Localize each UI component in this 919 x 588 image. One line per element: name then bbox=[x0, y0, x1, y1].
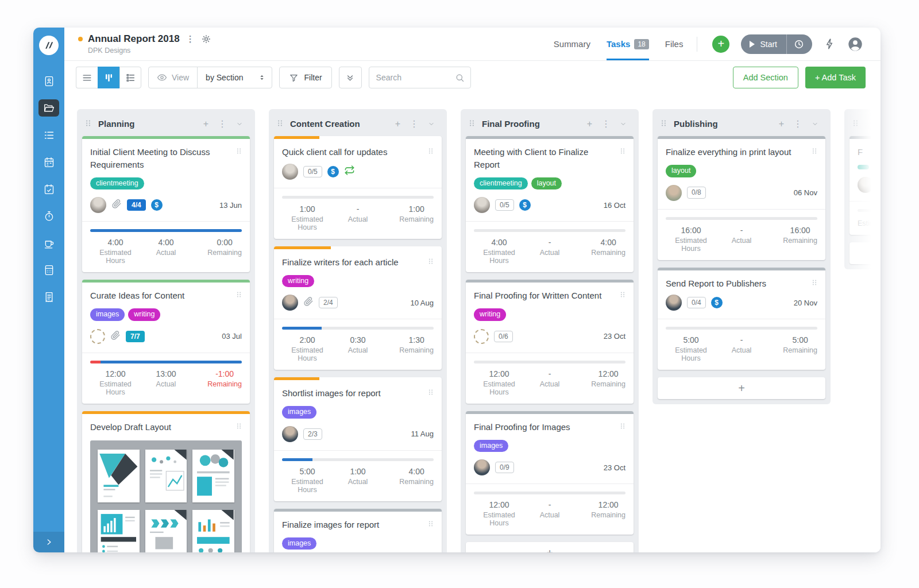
project-settings-gear-icon[interactable] bbox=[201, 34, 211, 44]
drag-handle-icon[interactable] bbox=[620, 421, 625, 434]
collapse-section-icon[interactable] bbox=[423, 121, 439, 127]
sidebar-item-timesheets[interactable] bbox=[38, 207, 59, 225]
card-title: Final Proofing for Written Content bbox=[474, 289, 614, 302]
drag-handle-icon[interactable] bbox=[428, 519, 434, 531]
drag-handle-icon[interactable] bbox=[812, 277, 817, 290]
tab-tasks[interactable]: Tasks 18 bbox=[607, 28, 649, 60]
stat-estimated: 4:00Estimated Hours bbox=[90, 238, 141, 265]
drag-handle-icon[interactable] bbox=[620, 289, 625, 302]
progress-bar bbox=[474, 229, 625, 232]
start-timer-button[interactable]: Start bbox=[741, 40, 786, 49]
sidebar-item-estimates[interactable] bbox=[38, 261, 59, 278]
collapse-all-button[interactable] bbox=[339, 67, 362, 88]
section-menu-icon[interactable]: ⋮ bbox=[213, 118, 231, 129]
drag-handle-icon[interactable] bbox=[812, 146, 817, 158]
task-card[interactable]: Quick client call for updates 0/5 $ bbox=[274, 136, 442, 239]
attachment-icon bbox=[303, 296, 314, 309]
view-group: View by Section bbox=[148, 67, 272, 88]
sidebar-expand-button[interactable] bbox=[33, 532, 64, 552]
drag-handle-icon[interactable] bbox=[661, 118, 667, 130]
add-task-to-section-icon[interactable]: + bbox=[774, 119, 789, 129]
user-avatar[interactable] bbox=[847, 36, 863, 52]
task-card[interactable]: Finalize writers for each article writin… bbox=[274, 246, 442, 370]
stat-actual: 1:00Actual bbox=[333, 467, 383, 494]
attachment-preview-image[interactable] bbox=[90, 440, 242, 553]
drag-handle-icon[interactable] bbox=[85, 118, 91, 130]
search-input[interactable] bbox=[376, 73, 455, 82]
activity-button[interactable] bbox=[824, 38, 836, 50]
add-task-button[interactable]: + Add Task bbox=[805, 67, 866, 88]
tab-files[interactable]: Files bbox=[665, 28, 684, 60]
add-card-button[interactable]: + bbox=[850, 242, 881, 264]
task-card[interactable]: Send Report to Publishers 0/4 $ 20 Nov bbox=[658, 268, 825, 370]
task-card[interactable]: Finalize images for report images 0/8 13… bbox=[274, 509, 442, 552]
view-button[interactable]: View bbox=[149, 67, 197, 88]
drag-handle-icon[interactable] bbox=[428, 256, 434, 269]
drag-handle-icon[interactable] bbox=[428, 146, 434, 158]
stat-remaining: 12:00Remaining bbox=[575, 500, 625, 528]
drag-handle-icon[interactable] bbox=[852, 118, 859, 130]
filter-button[interactable]: Filter bbox=[279, 67, 331, 88]
collapse-section-icon[interactable] bbox=[807, 121, 823, 127]
task-list-icon bbox=[43, 129, 55, 141]
kanban-view-button[interactable] bbox=[98, 67, 119, 88]
stat-actual: -Actual bbox=[524, 500, 575, 528]
add-section-button[interactable]: Add Section bbox=[733, 67, 798, 88]
task-card[interactable]: Develop Draft Layout bbox=[82, 411, 250, 552]
sidebar-item-tasks[interactable] bbox=[38, 126, 59, 144]
project-menu-icon[interactable]: ⋮ bbox=[185, 34, 196, 44]
drag-handle-icon[interactable] bbox=[620, 146, 625, 171]
tab-summary[interactable]: Summary bbox=[554, 28, 590, 60]
task-card[interactable]: Final Proofing for Written Content writi… bbox=[466, 280, 634, 404]
add-task-to-section-icon[interactable]: + bbox=[391, 119, 405, 129]
drag-handle-icon[interactable] bbox=[236, 421, 242, 434]
sidebar-item-calendar[interactable] bbox=[38, 153, 59, 171]
assignee-avatar bbox=[90, 197, 106, 213]
section-menu-icon[interactable]: ⋮ bbox=[597, 118, 615, 129]
grouped-list-icon bbox=[125, 72, 136, 83]
section-menu-icon[interactable]: ⋮ bbox=[789, 118, 807, 129]
tag: layout bbox=[531, 177, 562, 190]
collapse-section-icon[interactable] bbox=[615, 121, 631, 127]
drag-handle-icon[interactable] bbox=[469, 118, 475, 130]
task-card[interactable]: Finalize everything in print layout layo… bbox=[658, 136, 825, 260]
avaza-logo-icon[interactable] bbox=[39, 36, 59, 55]
assignee-avatar bbox=[282, 164, 298, 180]
task-card[interactable]: Shortlist images for report images 2/3 1… bbox=[274, 377, 442, 501]
card-title: Finalize writers for each article bbox=[282, 256, 422, 269]
assignee-avatar bbox=[282, 426, 298, 442]
tag: clientmeeting bbox=[474, 177, 528, 190]
stat-remaining: 16:00Remaining bbox=[767, 226, 817, 253]
task-card[interactable]: Initial Client Meeting to Discuss Requir… bbox=[82, 136, 250, 272]
add-task-to-section-icon[interactable]: + bbox=[199, 119, 213, 129]
subtasks-badge: 4/4 bbox=[127, 199, 146, 211]
collapse-section-icon[interactable] bbox=[231, 121, 248, 127]
add-card-button[interactable]: + bbox=[658, 377, 825, 399]
drag-handle-icon[interactable] bbox=[428, 387, 434, 400]
list-view-icon bbox=[82, 72, 92, 83]
clock-button[interactable] bbox=[787, 39, 812, 49]
task-card[interactable]: Meeting with Client to Finalize Report c… bbox=[466, 136, 634, 272]
drag-handle-icon[interactable] bbox=[277, 118, 283, 130]
sidebar-item-contacts[interactable] bbox=[38, 72, 59, 90]
quick-add-button[interactable]: + bbox=[712, 36, 729, 53]
add-task-to-section-icon[interactable]: + bbox=[582, 119, 597, 129]
grouped-list-view-button[interactable] bbox=[119, 67, 141, 88]
list-view-button[interactable] bbox=[76, 67, 98, 88]
progress-bar bbox=[90, 361, 242, 363]
section-menu-icon[interactable]: ⋮ bbox=[405, 118, 423, 129]
group-by-select[interactable]: by Section bbox=[197, 67, 272, 88]
task-card[interactable]: Curate Ideas for Content images writing … bbox=[82, 280, 250, 404]
sidebar-item-invoices[interactable] bbox=[38, 288, 59, 305]
drag-handle-icon[interactable] bbox=[236, 146, 242, 171]
card-title: Curate Ideas for Content bbox=[90, 289, 230, 302]
drag-handle-icon[interactable] bbox=[236, 289, 242, 302]
sidebar-item-projects[interactable] bbox=[38, 99, 59, 117]
task-card[interactable]: F Estimated Hours bbox=[850, 136, 881, 235]
sidebar-item-expenses[interactable] bbox=[38, 234, 59, 252]
add-card-button[interactable]: + bbox=[466, 542, 634, 552]
stat-estimated: 5:00Estimated Hours bbox=[282, 467, 333, 494]
sidebar-item-leave[interactable] bbox=[38, 180, 59, 198]
task-card[interactable]: Final Proofing for Images images 0/9 23 … bbox=[466, 411, 634, 535]
stat-remaining: 1:30Remaining bbox=[383, 335, 434, 363]
